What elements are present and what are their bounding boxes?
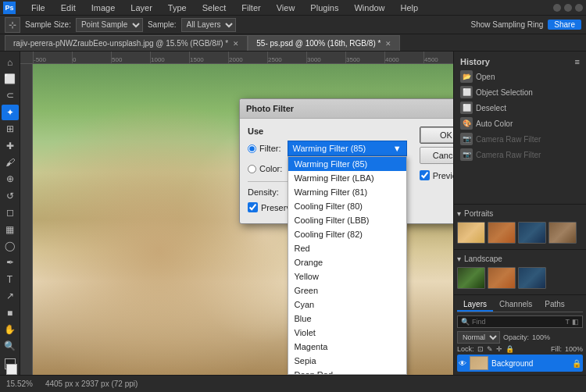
filter-kind-icon[interactable]: T bbox=[566, 318, 570, 326]
sample-size-select[interactable]: Point Sample bbox=[76, 18, 143, 32]
tab-psd[interactable]: 55- ps.psd @ 100% (16th, RGB/8) * ✕ bbox=[248, 35, 400, 51]
marquee-tool[interactable]: ⬜ bbox=[2, 71, 19, 86]
dialog-left: Use Filter: Warming Filter (85) bbox=[248, 127, 407, 216]
cancel-button[interactable]: Cancel bbox=[420, 147, 453, 164]
color-radio-label[interactable]: Color: bbox=[248, 164, 282, 173]
dropdown-item[interactable]: Yellow bbox=[288, 269, 406, 283]
portrait-thumb-4[interactable] bbox=[548, 222, 577, 244]
menu-edit[interactable]: Edit bbox=[58, 2, 79, 14]
blend-mode-select[interactable]: Normal bbox=[457, 331, 500, 344]
clone-tool[interactable]: ⊕ bbox=[2, 172, 19, 187]
hand-tool[interactable]: ✋ bbox=[2, 322, 19, 337]
tab-channels[interactable]: Channels bbox=[493, 298, 538, 312]
menu-filter[interactable]: Filter bbox=[238, 2, 263, 14]
landscape-header[interactable]: ▾ Landscape bbox=[457, 253, 583, 265]
preserve-checkbox[interactable] bbox=[248, 202, 258, 212]
landscape-title: Landscape bbox=[464, 255, 502, 263]
portrait-thumb-2[interactable] bbox=[488, 222, 516, 244]
filter-icon[interactable]: ◧ bbox=[572, 318, 579, 326]
dropdown-item[interactable]: Red bbox=[288, 241, 406, 255]
dropdown-item[interactable]: Violet bbox=[288, 326, 406, 340]
filter-radio-label[interactable]: Filter: bbox=[248, 144, 281, 153]
history-item[interactable]: 📂Open bbox=[457, 69, 583, 84]
landscape-thumb-3[interactable] bbox=[518, 267, 546, 289]
maximize-btn[interactable] bbox=[564, 4, 572, 12]
landscape-thumb-2[interactable] bbox=[488, 267, 516, 289]
dropdown-item[interactable]: Cooling Filter (82) bbox=[288, 227, 406, 241]
portrait-thumb-3[interactable] bbox=[518, 222, 546, 244]
layer-visibility-icon[interactable]: 👁 bbox=[459, 359, 466, 368]
tab-close-icon[interactable]: ✕ bbox=[233, 40, 239, 48]
background-color[interactable] bbox=[6, 364, 17, 375]
dropdown-item[interactable]: Cooling Filter (80) bbox=[288, 199, 406, 213]
dropdown-item[interactable]: Blue bbox=[288, 312, 406, 326]
history-item[interactable]: ⬜Deselect bbox=[457, 100, 583, 116]
dropdown-item[interactable]: Warming Filter (LBA) bbox=[288, 171, 406, 185]
share-button[interactable]: Share bbox=[548, 20, 581, 30]
dropdown-item[interactable]: Green bbox=[288, 283, 406, 298]
dropdown-item[interactable]: Sepia bbox=[288, 354, 406, 368]
dropdown-item[interactable]: Cyan bbox=[288, 298, 406, 312]
dropdown-item[interactable]: Magenta bbox=[288, 340, 406, 354]
dodge-tool[interactable]: ◯ bbox=[2, 238, 19, 253]
color-radio[interactable] bbox=[248, 165, 256, 173]
menu-view[interactable]: View bbox=[273, 2, 298, 14]
menu-help[interactable]: Help bbox=[398, 2, 422, 14]
history-brush-tool[interactable]: ↺ bbox=[2, 188, 19, 203]
dropdown-item[interactable]: Deep Red bbox=[288, 368, 406, 375]
lasso-tool[interactable]: ⊂ bbox=[2, 88, 19, 103]
menu-layer[interactable]: Layer bbox=[127, 2, 155, 14]
menu-type[interactable]: Type bbox=[165, 2, 190, 14]
menu-image[interactable]: Image bbox=[88, 2, 119, 14]
shape-tool[interactable]: ■ bbox=[2, 305, 19, 320]
menu-window[interactable]: Window bbox=[351, 2, 388, 14]
path-tool[interactable]: ↗ bbox=[2, 288, 19, 303]
lock-transparent-icon[interactable]: ⊡ bbox=[477, 345, 484, 353]
sample-select[interactable]: All Layers bbox=[181, 18, 236, 32]
photo-filter-dialog: Photo Filter ✕ Use Filter: bbox=[239, 98, 453, 224]
history-item[interactable]: ⬜Object Selection bbox=[457, 84, 583, 100]
tab-layers[interactable]: Layers bbox=[457, 298, 493, 312]
filter-dropdown-list[interactable]: Warming Filter (85)Warming Filter (LBA)W… bbox=[288, 156, 407, 375]
landscape-thumb-1[interactable] bbox=[457, 267, 485, 289]
layer-background-row[interactable]: 👁 Background 🔒 bbox=[457, 355, 583, 372]
preview-checkbox[interactable] bbox=[420, 170, 430, 180]
dropdown-item[interactable]: Cooling Filter (LBB) bbox=[288, 213, 406, 227]
crop-tool[interactable]: ⊞ bbox=[2, 122, 19, 137]
dropdown-item[interactable]: Warming Filter (85) bbox=[288, 157, 406, 171]
zoom-tool[interactable]: 🔍 bbox=[2, 339, 19, 354]
eraser-tool[interactable]: ◻ bbox=[2, 205, 19, 220]
type-tool[interactable]: T bbox=[2, 272, 19, 287]
ok-button[interactable]: OK bbox=[420, 127, 453, 144]
filter-selected-value[interactable]: Warming Filter (85) ▼ bbox=[288, 141, 407, 156]
lock-position-icon[interactable]: ✛ bbox=[496, 345, 502, 353]
filter-radio[interactable] bbox=[248, 144, 256, 153]
lock-all-icon[interactable]: 🔒 bbox=[506, 345, 514, 353]
menu-plugins[interactable]: Plugins bbox=[307, 2, 341, 14]
history-item[interactable]: 📷Camera Raw Filter bbox=[457, 147, 583, 162]
move-tool[interactable]: ⌂ bbox=[2, 55, 19, 69]
gradient-tool[interactable]: ▦ bbox=[2, 222, 19, 237]
dropdown-item[interactable]: Orange bbox=[288, 255, 406, 269]
tab-paths[interactable]: Paths bbox=[538, 298, 571, 312]
menu-file[interactable]: File bbox=[28, 2, 48, 14]
healing-tool[interactable]: ✚ bbox=[2, 138, 19, 153]
history-item-icon: ⬜ bbox=[460, 102, 473, 114]
portraits-header[interactable]: ▾ Portraits bbox=[457, 208, 583, 219]
tab-psd-close-icon[interactable]: ✕ bbox=[385, 40, 391, 48]
menu-select[interactable]: Select bbox=[199, 2, 230, 14]
close-btn[interactable] bbox=[575, 4, 583, 12]
eyedropper-tool[interactable]: ✦ bbox=[2, 105, 19, 119]
layers-search-input[interactable] bbox=[472, 318, 563, 326]
minimize-btn[interactable] bbox=[553, 4, 561, 12]
history-menu-icon[interactable]: ≡ bbox=[575, 57, 580, 66]
history-item-icon: 📂 bbox=[460, 70, 473, 83]
history-item[interactable]: 🎨Auto Color bbox=[457, 116, 583, 131]
portrait-thumb-1[interactable] bbox=[457, 222, 485, 244]
dropdown-item[interactable]: Warming Filter (81) bbox=[288, 185, 406, 199]
brush-tool[interactable]: 🖌 bbox=[2, 155, 19, 169]
pen-tool[interactable]: ✒ bbox=[2, 255, 19, 270]
lock-image-icon[interactable]: ✎ bbox=[487, 345, 493, 353]
history-item[interactable]: 📷Camera Raw Filter bbox=[457, 131, 583, 147]
tab-photo[interactable]: rajiv-perera-pNWZraubEeo-unsplash.jpg @ … bbox=[5, 35, 248, 51]
